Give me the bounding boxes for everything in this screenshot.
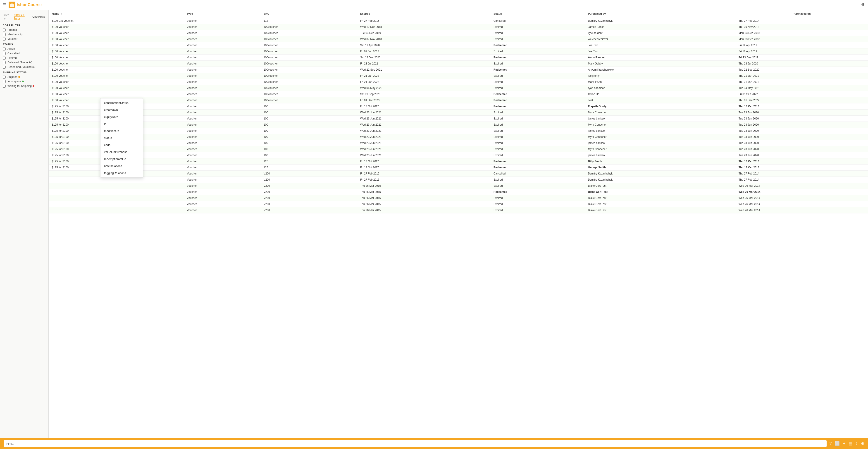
cell-4-2: 100voucher — [260, 42, 357, 49]
cell-5-2: 100voucher — [260, 49, 357, 55]
dropdown-item-code[interactable]: code — [100, 142, 143, 148]
sidebar-item-shipped[interactable]: Shipped — [0, 75, 49, 79]
table-row[interactable]: VoucherV200Fri 27 Feb 2015ExpiredDzmitry… — [49, 177, 868, 183]
cell-15-6: Tue 23 Jun 2020 — [735, 110, 868, 116]
table-row[interactable]: $100 VoucherVoucher100voucherWed 07 Nov … — [49, 36, 868, 42]
waiting-checkbox[interactable] — [3, 85, 6, 88]
sidebar-item-cancelled[interactable]: Cancelled — [0, 51, 49, 56]
sidebar-item-membership[interactable]: Membership — [0, 32, 49, 37]
voucher-checkbox[interactable] — [3, 37, 6, 40]
table-row[interactable]: $100 VoucherVoucher100voucherFri 23 Jul … — [49, 61, 868, 67]
table-row[interactable]: $100 VoucherVoucher100voucherFri 21 Jan … — [49, 79, 868, 85]
table-row[interactable]: VoucherV200Thu 26 Mar 2015RedeemedBlake … — [49, 189, 868, 195]
table-row[interactable]: $125 for $100Voucher125Fri 13 Oct 2017Re… — [49, 164, 868, 171]
redeemed-checkbox[interactable] — [3, 66, 6, 68]
table-row[interactable]: VoucherV200Thu 26 Mar 2015ExpiredBlake C… — [49, 183, 868, 189]
shipped-checkbox[interactable] — [3, 76, 6, 79]
share-icon[interactable]: ⤴ — [856, 441, 858, 446]
table-row[interactable]: $100 VoucherVoucher100voucherFri 21 Jan … — [49, 73, 868, 79]
settings-icon[interactable]: ⚙ — [861, 441, 864, 446]
table-header-row: Name ↑ Type SKU Expires Status Purchased… — [49, 10, 868, 18]
expired-checkbox[interactable] — [3, 57, 6, 60]
list-view-icon[interactable]: ▤ — [848, 441, 852, 446]
table-row[interactable]: $100 VoucherVoucher100voucherFri 01 Dec … — [49, 97, 868, 103]
visibility-toggle-icon[interactable]: 👁 — [861, 2, 865, 7]
sidebar-item-waiting[interactable]: Waiting for Shipping — [0, 84, 49, 88]
col-sku[interactable]: SKU — [260, 10, 357, 18]
sidebar-item-voucher[interactable]: Voucher — [0, 37, 49, 41]
cell-6-3: Sat 12 Dec 2020 — [357, 55, 490, 61]
cell-25-1: Voucher — [184, 171, 260, 177]
dropdown-item-status[interactable]: status — [100, 134, 143, 142]
col-name[interactable]: Name ↑ — [49, 10, 184, 18]
col-expires[interactable]: Expires — [357, 10, 490, 18]
dropdown-item-expiryDate[interactable]: expiryDate — [100, 113, 143, 120]
dropdown-item-id[interactable]: id — [100, 120, 143, 127]
table-row[interactable]: $125 for $100Voucher100Wed 23 Jun 2021Ex… — [49, 122, 868, 128]
table-row[interactable]: $125 for $100Voucher100Wed 23 Jun 2021Ex… — [49, 134, 868, 140]
cell-12-0: $100 Voucher — [49, 91, 184, 97]
table-row[interactable]: VoucherV200Thu 26 Mar 2015ExpiredBlake C… — [49, 201, 868, 207]
dropdown-item-createdOn[interactable]: createdOn — [100, 107, 143, 113]
col-purchased-on[interactable]: Purchased on — [735, 10, 868, 18]
cell-6-6: Fri 13 Dec 2019 — [735, 55, 868, 61]
table-row[interactable]: $125 for $100Voucher100Wed 23 Jun 2021Ex… — [49, 146, 868, 152]
product-checkbox[interactable] — [3, 29, 6, 31]
table-row[interactable]: VoucherV200Thu 26 Mar 2015ExpiredBlake C… — [49, 207, 868, 213]
sidebar-item-inprogress[interactable]: In progress — [0, 79, 49, 84]
logo-text: ishonCourse — [17, 2, 42, 7]
membership-checkbox[interactable] — [3, 33, 6, 36]
sidebar-item-product[interactable]: Product — [0, 28, 49, 32]
sidebar-item-redeemed[interactable]: Redeemed (Vouchers) — [0, 65, 49, 69]
table-row[interactable]: $125 for $100Voucher100Wed 23 Jun 2021Ex… — [49, 110, 868, 116]
dropdown-item-redemptionValue[interactable]: redemptionValue — [100, 155, 143, 162]
column-dropdown[interactable]: confirmationStatuscreatedOnexpiryDateidm… — [100, 98, 143, 178]
hamburger-icon[interactable]: ☰ — [3, 2, 6, 7]
dropdown-item-confirmationStatus[interactable]: confirmationStatus — [100, 99, 143, 107]
sidebar-item-expired[interactable]: Expired — [0, 56, 49, 60]
cell-18-5: james bankso — [585, 128, 735, 134]
cell-13-4: Redeemed — [490, 97, 585, 103]
table-row[interactable]: $125 for $100Voucher100Wed 23 Jun 2021Ex… — [49, 152, 868, 158]
col-type[interactable]: Type — [184, 10, 260, 18]
table-row[interactable]: $100 VoucherVoucher100voucherFri 02 Jun … — [49, 49, 868, 55]
table-row[interactable]: $125 for $100Voucher100Wed 23 Jun 2021Ex… — [49, 140, 868, 146]
tab-filters-tags[interactable]: Filters & Tags — [13, 13, 31, 20]
cell-7-4: Expired — [490, 61, 585, 67]
cell-18-1: Voucher — [184, 128, 260, 134]
add-icon[interactable]: + — [843, 441, 845, 446]
table-row[interactable]: VoucherV200Thu 26 Mar 2015ExpiredBlake C… — [49, 195, 868, 201]
sidebar-item-delivered[interactable]: Delivered (Products) — [0, 60, 49, 65]
table-row[interactable]: $100 Gift Voucher.Voucher112Fri 27 Feb 2… — [49, 18, 868, 24]
table-row[interactable]: $100 VoucherVoucher100voucherWed 22 Sep … — [49, 67, 868, 73]
table-row[interactable]: $125 for $100Voucher100Wed 23 Jun 2021Ex… — [49, 116, 868, 122]
table-row[interactable]: $100 VoucherVoucher100voucherSat 09 Sep … — [49, 91, 868, 97]
table-row[interactable]: $100 VoucherVoucher100voucherSat 11 Apr … — [49, 42, 868, 49]
cell-20-2: 100 — [260, 140, 357, 146]
inprogress-checkbox[interactable] — [3, 80, 6, 83]
col-purchased-by[interactable]: Purchased by — [585, 10, 735, 18]
table-row[interactable]: $125 for $100Voucher100Fri 13 Oct 2017Re… — [49, 103, 868, 110]
sidebar-item-active[interactable]: Active — [0, 47, 49, 51]
dropdown-item-noteRelations[interactable]: noteRelations — [100, 162, 143, 170]
active-checkbox[interactable] — [3, 48, 6, 51]
col-status[interactable]: Status — [490, 10, 585, 18]
bookmark-icon[interactable]: ⬜ — [835, 441, 840, 446]
dropdown-item-taggingRelations[interactable]: taggingRelations — [100, 170, 143, 177]
dropdown-item-valueOnPurchase[interactable]: valueOnPurchase — [100, 148, 143, 155]
dropdown-item-modifiedOn[interactable]: modifiedOn — [100, 127, 143, 134]
cancelled-checkbox[interactable] — [3, 52, 6, 55]
help-icon[interactable]: ? — [829, 441, 832, 446]
table-row[interactable]: VoucherV200Fri 27 Feb 2015CancelledDzmit… — [49, 171, 868, 177]
table-row[interactable]: $125 for $100Voucher100Wed 23 Jun 2021Ex… — [49, 128, 868, 134]
find-input[interactable] — [4, 440, 827, 447]
filter-by-label: Filter by — [3, 13, 11, 20]
table-row[interactable]: $100 VoucherVoucher100voucherSat 12 Dec … — [49, 55, 868, 61]
table-row[interactable]: $100 VoucherVoucher100voucherWed 12 Dec … — [49, 24, 868, 30]
delivered-checkbox[interactable] — [3, 61, 6, 64]
table-row[interactable]: $100 VoucherVoucher100voucherTue 03 Dec … — [49, 30, 868, 36]
expired-label: Expired — [7, 56, 17, 60]
table-row[interactable]: $100 VoucherVoucher100voucherWed 04 May … — [49, 85, 868, 91]
tab-checklists[interactable]: Checklists — [31, 15, 46, 19]
table-row[interactable]: $125 for $100Voucher125Fri 13 Oct 2017Re… — [49, 158, 868, 164]
